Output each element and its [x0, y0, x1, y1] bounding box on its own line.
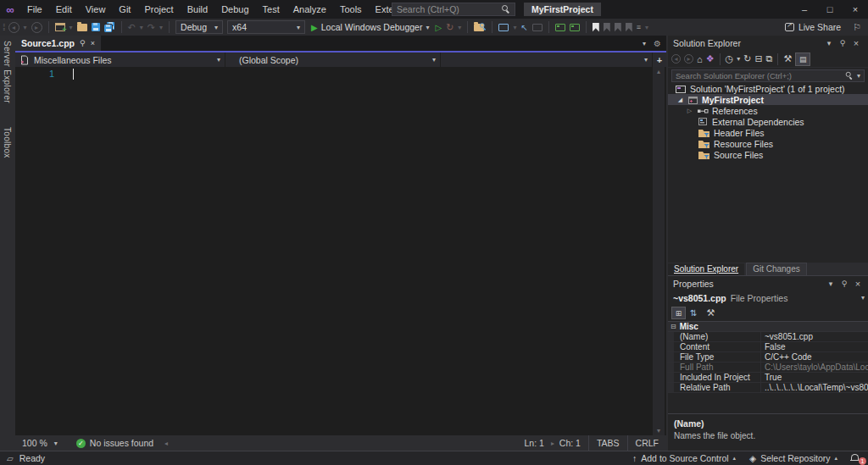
- menu-project[interactable]: Project: [137, 0, 180, 19]
- toolbar-overflow-caret-icon[interactable]: ▾: [645, 24, 648, 31]
- solution-platform-dropdown[interactable]: x64 ▾: [227, 20, 305, 34]
- notifications-button[interactable]: 1: [851, 453, 863, 463]
- pin-icon[interactable]: ⚲: [80, 39, 86, 47]
- window-overflow-caret-icon[interactable]: ▾: [513, 24, 516, 31]
- menu-file[interactable]: File: [20, 0, 49, 19]
- toolbar-overflow-icon[interactable]: ≡: [637, 23, 641, 31]
- property-value[interactable]: ..\..\..\..\..\Local\Temp\~vs8051.cp: [761, 383, 868, 392]
- property-pages-wrench-icon[interactable]: ⚒: [706, 307, 715, 318]
- toolbar-grip[interactable]: ⁞⁞: [3, 23, 4, 32]
- close-window-button[interactable]: ×: [843, 0, 868, 19]
- navigate-back-icon[interactable]: ◂: [8, 22, 19, 33]
- pin-icon[interactable]: ⚲: [836, 39, 849, 47]
- property-row-file-type[interactable]: File Type C/C++ Code: [668, 352, 868, 363]
- hot-reload-icon[interactable]: ↻: [446, 22, 453, 33]
- redo-caret-icon[interactable]: ▾: [159, 24, 163, 31]
- quick-search-box[interactable]: Search (Ctrl+Q): [392, 3, 515, 16]
- search-options-caret-icon[interactable]: ▾: [857, 72, 860, 80]
- close-tab-icon[interactable]: ×: [91, 39, 95, 47]
- undo-caret-icon[interactable]: ▾: [140, 24, 143, 31]
- menu-git[interactable]: Git: [112, 0, 137, 19]
- live-share-button[interactable]: Live Share: [785, 22, 841, 32]
- feedback-icon[interactable]: ⚐: [853, 22, 861, 33]
- expander-closed-icon[interactable]: ▷: [686, 108, 693, 114]
- member-dropdown[interactable]: ▾: [441, 53, 653, 67]
- reattach-to-process-icon[interactable]: [570, 24, 580, 31]
- redo-icon[interactable]: ↷: [147, 22, 155, 33]
- properties-window-icon[interactable]: [532, 24, 542, 31]
- solution-configuration-dropdown[interactable]: Debug ▾: [175, 20, 223, 34]
- properties-header[interactable]: Properties ▾ ⚲ ×: [668, 275, 868, 291]
- close-panel-icon[interactable]: ×: [849, 38, 863, 48]
- add-to-source-control-button[interactable]: ↑ Add to Source Control ▴: [632, 453, 736, 463]
- expander-open-icon[interactable]: ◢: [676, 97, 684, 103]
- property-value[interactable]: True: [761, 373, 868, 382]
- column-indicator[interactable]: Ch: 1: [552, 435, 588, 451]
- find-in-files-icon[interactable]: [474, 23, 486, 32]
- restore-button[interactable]: □: [817, 0, 843, 19]
- property-row-included-in-project[interactable]: Included In Project True: [668, 373, 868, 383]
- tree-item-source-files[interactable]: Source Files: [668, 149, 868, 160]
- solution-explorer-toolbar-icon[interactable]: [498, 24, 509, 31]
- new-project-icon[interactable]: [55, 23, 65, 31]
- menu-view[interactable]: View: [79, 0, 113, 19]
- attach-to-process-icon[interactable]: [555, 24, 565, 31]
- scope-dropdown[interactable]: (Global Scope) ▾: [225, 53, 441, 67]
- scroll-left-icon[interactable]: ◂: [164, 440, 168, 447]
- property-value[interactable]: False: [761, 342, 868, 352]
- property-value[interactable]: C/C++ Code: [761, 352, 868, 362]
- solution-explorer-header[interactable]: Solution Explorer ▾ ⚲ ×: [668, 36, 868, 51]
- property-value[interactable]: ~vs8051.cpp: [761, 332, 868, 341]
- previous-bookmark-icon[interactable]: [604, 23, 610, 32]
- menu-debug[interactable]: Debug: [214, 0, 255, 19]
- preview-selected-item-button[interactable]: ▤: [795, 53, 810, 66]
- horizontal-scrollbar[interactable]: ◂ ▸: [163, 438, 556, 448]
- undo-icon[interactable]: ↶: [128, 22, 136, 33]
- refresh-icon[interactable]: ↻: [743, 53, 751, 64]
- toggle-bookmark-icon[interactable]: [593, 23, 599, 32]
- tabs-indicator[interactable]: TABS: [588, 435, 627, 451]
- menu-build[interactable]: Build: [181, 0, 214, 19]
- property-row-content[interactable]: Content False: [668, 342, 868, 352]
- next-bookmark-icon[interactable]: [615, 23, 621, 32]
- tree-item-project[interactable]: ◢ MyFirstProject: [668, 94, 868, 105]
- scroll-up-icon[interactable]: ▴: [653, 68, 665, 75]
- properties-object-dropdown[interactable]: ~vs8051.cpp File Properties ▾: [668, 291, 868, 305]
- tree-item-resource-files[interactable]: Resource Files: [668, 138, 868, 149]
- start-debugging-button[interactable]: ▶ Local Windows Debugger ▾: [309, 22, 431, 32]
- pending-changes-filter-icon[interactable]: ◷: [726, 53, 734, 64]
- hot-reload-caret-icon[interactable]: ▾: [458, 24, 461, 31]
- collapse-all-icon[interactable]: ⊟: [754, 53, 762, 64]
- se-forward-icon[interactable]: ▸: [684, 54, 693, 64]
- filter-caret-icon[interactable]: ▾: [737, 55, 740, 63]
- menu-tools[interactable]: Tools: [333, 0, 369, 19]
- category-row-misc[interactable]: ⊟ Misc: [668, 322, 868, 332]
- start-without-debugging-icon[interactable]: ▷: [435, 23, 442, 32]
- select-repository-button[interactable]: ◈ Select Repository ▴: [749, 453, 837, 463]
- code-editor-surface[interactable]: 1: [15, 67, 653, 435]
- background-tasks-icon[interactable]: ▱: [7, 454, 14, 463]
- editor-options-gear-icon[interactable]: ⚙: [654, 39, 661, 48]
- navigate-back-caret-icon[interactable]: ▾: [24, 24, 27, 31]
- project-context-dropdown[interactable]: Miscellaneous Files ▾: [15, 53, 225, 67]
- tree-item-solution[interactable]: Solution 'MyFirstProject' (1 of 1 projec…: [668, 83, 868, 94]
- line-ending-indicator[interactable]: CRLF: [627, 435, 666, 451]
- clear-bookmarks-icon[interactable]: [626, 23, 632, 32]
- tab-list-caret-icon[interactable]: ▾: [643, 40, 646, 47]
- tree-item-header-files[interactable]: Header Files: [668, 127, 868, 138]
- window-position-caret-icon[interactable]: ▾: [822, 39, 836, 47]
- show-all-files-icon[interactable]: ⧉: [766, 53, 773, 64]
- scroll-down-icon[interactable]: ▾: [653, 427, 665, 435]
- zoom-dropdown[interactable]: 100 % ▾: [15, 438, 64, 448]
- close-panel-icon[interactable]: ×: [851, 279, 865, 289]
- tab-solution-explorer[interactable]: Solution Explorer: [668, 263, 744, 275]
- categorized-view-button[interactable]: ⊞: [671, 307, 686, 319]
- split-window-handle[interactable]: +: [653, 53, 666, 67]
- property-row-relative-path[interactable]: Relative Path ..\..\..\..\..\Local\Temp\…: [668, 383, 868, 393]
- collapse-category-icon[interactable]: ⊟: [670, 323, 676, 330]
- tab-git-changes[interactable]: Git Changes: [746, 263, 807, 275]
- line-indicator[interactable]: Ln: 1: [516, 435, 551, 451]
- save-icon[interactable]: [92, 23, 100, 31]
- se-back-icon[interactable]: ◂: [671, 54, 681, 64]
- new-project-caret-icon[interactable]: ▾: [70, 24, 73, 31]
